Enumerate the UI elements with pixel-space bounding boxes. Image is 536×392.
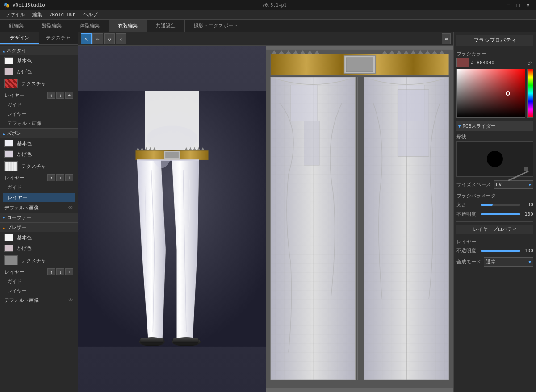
tool-select[interactable]: ↖ — [81, 33, 92, 44]
app-icon: 🎭 — [4, 2, 10, 8]
section-necktai[interactable]: ▲ ネクタイ — [0, 46, 78, 55]
size-space-dropdown[interactable]: UV ▼ — [494, 180, 533, 189]
menu-vroidhub[interactable]: VRoid Hub — [46, 11, 80, 18]
necktai-texture[interactable]: テクスチャ — [0, 77, 78, 90]
zubon-shadow-color[interactable]: かげ色 — [0, 149, 78, 159]
zubon-layer-down[interactable]: ↓ — [56, 174, 64, 181]
tab-hair[interactable]: 髪型編集 — [33, 20, 71, 32]
blazer-visibility-icon[interactable]: 👁 — [68, 297, 73, 303]
necktai-texture-swatch — [4, 79, 18, 88]
tab-design[interactable]: デザイン — [0, 32, 39, 44]
rgb-slider-header[interactable]: ▼ RGBスライダー — [456, 121, 533, 131]
section-zubon[interactable]: ▲ ズボン — [0, 128, 78, 138]
zubon-layer-up[interactable]: ↑ — [47, 174, 55, 181]
divider-1 — [456, 221, 533, 222]
blazer-layer-down[interactable]: ↓ — [56, 268, 64, 275]
opacity-label: 不透明度 — [456, 211, 479, 217]
necktai-shadow-color[interactable]: かげ色 — [0, 66, 78, 77]
zubon-layer-selected[interactable]: レイヤー — [3, 193, 75, 202]
zubon-default-image[interactable]: デフォルト画像 👁 — [0, 203, 78, 213]
svg-rect-45 — [304, 121, 320, 166]
blazer-layer[interactable]: レイヤー — [0, 286, 78, 296]
necktai-default-image[interactable]: デフォルト画像 — [0, 119, 78, 128]
minimize-button[interactable]: ─ — [504, 1, 513, 8]
close-button[interactable]: ✕ — [523, 1, 532, 8]
left-panel: デザイン テクスチャ ▲ ネクタイ 基本色 かげ色 テクスチャ — [0, 32, 78, 392]
left-panel-tabs: デザイン テクスチャ — [0, 32, 78, 45]
zubon-texture-label: テクスチャ — [21, 163, 46, 170]
layer-opacity-label: 不透明度 — [456, 247, 479, 254]
svg-point-2 — [147, 125, 197, 151]
tab-costume[interactable]: 衣装編集 — [109, 20, 147, 32]
model-view[interactable] — [78, 46, 266, 392]
svg-rect-5 — [166, 152, 178, 158]
shape-label: 形状 — [456, 133, 533, 140]
svg-rect-51 — [398, 90, 429, 157]
eyedropper-button[interactable]: 🖊 — [527, 59, 533, 66]
blend-mode-dropdown[interactable]: 通常 ▼ — [484, 257, 533, 267]
brush-size-dot — [524, 167, 528, 171]
loafer-label: ローファー — [7, 214, 31, 221]
sync-button[interactable]: ⇄ — [442, 33, 451, 44]
necktai-layer-add[interactable]: + — [65, 92, 73, 99]
zubon-base-swatch — [4, 140, 13, 147]
layer-opacity-row: 不透明度 100 — [456, 247, 533, 254]
blazer-layer-up[interactable]: ↑ — [47, 268, 55, 275]
necktai-layer[interactable]: レイヤー — [0, 109, 78, 119]
zubon-layer-add[interactable]: + — [65, 174, 73, 181]
brush-angle-line — [508, 171, 529, 181]
necktai-guide[interactable]: ガイド — [0, 100, 78, 109]
thickness-track[interactable] — [481, 204, 520, 206]
tab-photo[interactable]: 撮影・エクスポート — [185, 20, 247, 32]
zubon-base-color[interactable]: 基本色 — [0, 138, 78, 149]
menu-edit[interactable]: 編集 — [29, 10, 46, 19]
tabbar: 顔編集 髪型編集 体型編集 衣装編集 共通設定 撮影・エクスポート — [0, 20, 536, 32]
necktai-layer-down[interactable]: ↓ — [56, 92, 64, 99]
svg-rect-20 — [137, 159, 199, 161]
color-picker-saturation[interactable] — [456, 69, 525, 118]
blazer-texture[interactable]: テクスチャ — [0, 254, 78, 267]
thickness-value: 30 — [522, 202, 533, 208]
blazer-base-color[interactable]: 基本色 — [0, 232, 78, 243]
blazer-base-label: 基本色 — [17, 234, 32, 241]
version-label: v0.5.1-p1 — [262, 3, 286, 8]
maximize-button[interactable]: □ — [514, 1, 523, 8]
blazer-default-image[interactable]: デフォルト画像 👁 — [0, 296, 78, 305]
hue-slider[interactable] — [527, 69, 533, 118]
tab-face[interactable]: 顔編集 — [0, 20, 33, 32]
layer-opacity-fill — [481, 250, 520, 252]
zubon-layer-label: レイヤー — [4, 175, 46, 181]
blazer-guide[interactable]: ガイド — [0, 277, 78, 286]
shape-preview[interactable] — [456, 141, 533, 177]
tool-fill[interactable]: ⬦ — [116, 33, 126, 44]
opacity-track[interactable] — [481, 213, 520, 215]
blend-mode-value: 通常 — [486, 259, 496, 265]
zubon-texture[interactable]: テクスチャ — [0, 159, 78, 173]
blend-mode-label: 合成モード — [456, 259, 481, 265]
menu-help[interactable]: ヘルプ — [80, 10, 101, 19]
tool-pen[interactable]: ✏ — [92, 33, 103, 44]
tab-common[interactable]: 共通設定 — [147, 20, 185, 32]
menu-file[interactable]: ファイル — [2, 10, 29, 19]
tab-texture[interactable]: テクスチャ — [39, 32, 78, 44]
zubon-base-label: 基本色 — [17, 140, 32, 147]
color-swatch-box[interactable] — [456, 58, 469, 67]
zubon-texture-swatch — [4, 161, 18, 171]
tool-eraser[interactable]: ◇ — [104, 33, 115, 44]
color-picker[interactable] — [456, 69, 533, 118]
necktai-base-swatch — [4, 57, 13, 64]
necktai-label: ネクタイ — [7, 47, 26, 54]
section-loafer[interactable]: ▼ ローファー — [0, 213, 78, 222]
uv-view[interactable] — [266, 46, 453, 392]
necktai-layer-up[interactable]: ↑ — [47, 92, 55, 99]
visibility-icon[interactable]: 👁 — [68, 205, 73, 211]
blazer-layer-add[interactable]: + — [65, 268, 73, 275]
blazer-shadow-color[interactable]: かげ色 — [0, 243, 78, 254]
tab-body[interactable]: 体型編集 — [71, 20, 109, 32]
necktai-base-color[interactable]: 基本色 — [0, 55, 78, 66]
zubon-guide[interactable]: ガイド — [0, 183, 78, 192]
layer-opacity-track[interactable] — [481, 250, 520, 252]
center-panel: ↖ ✏ ◇ ⬦ ⇄ — [78, 32, 453, 392]
section-blazer[interactable]: ▲ ブレザー — [0, 222, 78, 232]
size-space-label: サイズスペース — [456, 181, 491, 188]
